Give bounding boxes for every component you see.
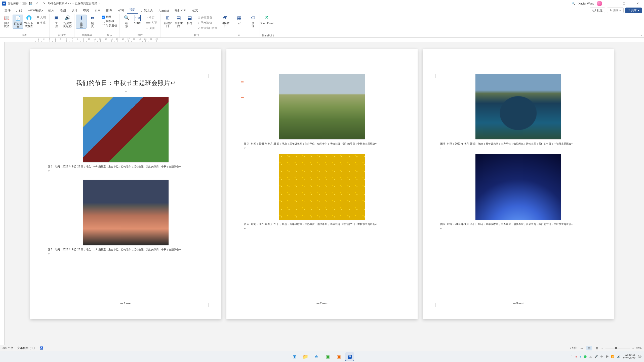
zoom-100-button[interactable]: 100100% [132, 15, 143, 25]
tab-文件[interactable]: 文件 [2, 7, 13, 14]
word-count[interactable]: 309 个字 [3, 346, 13, 350]
document-title[interactable]: 邮件合并模板.docx • 已保存到这台电脑 ⌄ [48, 2, 101, 5]
macros-button[interactable]: ▦宏 [234, 15, 244, 25]
image-fig6[interactable] [475, 154, 561, 220]
tab-邮件[interactable]: 邮件 [104, 7, 115, 14]
comment-indicator-icon[interactable] [241, 81, 244, 83]
checkbox-网格线[interactable]: 网格线 [102, 19, 117, 23]
vertical-button[interactable]: ⬍垂直 [76, 15, 87, 29]
microphone-icon[interactable]: 🎤 [594, 355, 598, 358]
notifications-icon[interactable]: 💬 [638, 355, 641, 358]
image-fig4[interactable] [279, 154, 365, 220]
tab-开发工具[interactable]: 开发工具 [138, 7, 155, 14]
file-explorer[interactable]: 📁 [301, 352, 310, 361]
undo-button[interactable]: ↶ [35, 1, 40, 6]
toggle-off-icon[interactable] [20, 2, 27, 5]
zoom-in-button[interactable]: + [632, 347, 634, 350]
ime-mode[interactable]: 拼 [606, 355, 609, 358]
tab-插入[interactable]: 插入 [46, 7, 57, 14]
web-layout-button[interactable]: 🌐Web 版式视图 [24, 15, 34, 28]
minimize-button[interactable]: — [605, 0, 616, 7]
accessibility-icon[interactable]: ♿ [40, 346, 43, 350]
tab-设计[interactable]: 设计 [69, 7, 80, 14]
app-green[interactable]: ▣ [323, 352, 332, 361]
image-fig5[interactable] [475, 74, 561, 139]
image-fig2[interactable] [83, 180, 169, 245]
read-mode-view[interactable]: ▭ [579, 346, 584, 350]
search-button[interactable]: 🔍 [571, 1, 576, 6]
image-fig1[interactable] [83, 97, 169, 162]
tab-引用[interactable]: 引用 [92, 7, 103, 14]
tab-审阅[interactable]: 审阅 [115, 7, 126, 14]
redo-button[interactable]: ↷ [41, 1, 46, 6]
app-orange[interactable]: ▣ [334, 352, 343, 361]
outline-button[interactable]: ☰大纲 [36, 15, 47, 20]
print-layout-view[interactable]: ▤ [586, 346, 592, 350]
zoom-slider[interactable] [605, 348, 630, 348]
one-page-button[interactable]: ▭单页 [144, 15, 158, 20]
checkbox-icon[interactable] [102, 24, 105, 27]
image-fig3[interactable] [279, 74, 365, 139]
zoom-out-button[interactable]: − [601, 347, 603, 350]
reading-view-button[interactable]: 📖阅读视图 [2, 15, 12, 28]
comment-indicator-icon[interactable] [241, 97, 244, 99]
editing-mode-button[interactable]: ✎编辑▾ [607, 8, 624, 13]
tray-app-icon[interactable]: ● [579, 355, 581, 358]
web-layout-view[interactable]: ▦ [594, 346, 599, 350]
immersive-reader-button[interactable]: 🔊沉浸式阅读器 [62, 15, 73, 28]
tab-视图[interactable]: 视图 [127, 7, 138, 14]
tray-app-icon[interactable]: ⬤ [584, 355, 587, 358]
tab-Acrobat[interactable]: Acrobat [156, 8, 171, 14]
start-button[interactable]: ⊞ [290, 352, 299, 361]
close-button[interactable]: ✕ [632, 0, 643, 7]
checkbox-icon[interactable] [102, 20, 105, 23]
page-width-button[interactable]: ↔页宽 [144, 26, 158, 30]
switch-windows-button[interactable]: 🗗切换窗口 [220, 15, 230, 28]
multi-page-button[interactable]: ▭▭多页 [144, 20, 158, 25]
tab--Word精灵-[interactable]: -Word精灵- [25, 7, 45, 14]
text-prediction-status[interactable]: 文本预测: 打开 [17, 346, 35, 350]
tab-绘图[interactable]: 绘图 [57, 7, 68, 14]
save-button[interactable]: 💾 [28, 1, 33, 6]
print-layout-button[interactable]: 📄页面视图 [13, 15, 23, 29]
avatar[interactable] [597, 1, 602, 6]
draft-button[interactable]: ≣草稿 [36, 20, 47, 25]
reset-window-button[interactable]: ↺重设窗口位置 [196, 26, 218, 30]
checkbox-icon[interactable] [102, 16, 105, 19]
onedrive-icon[interactable]: ☁ [589, 355, 592, 358]
vertical-ruler[interactable] [0, 42, 5, 345]
checkbox-导航窗格[interactable]: 导航窗格 [102, 24, 117, 27]
ime-indicator[interactable]: 中 [600, 355, 603, 358]
document-workspace[interactable]: 我们的节日：中秋节主题班会照片↩ ↩ 图 1 时间：2023 年 9 月 25 … [0, 42, 644, 345]
comments-button[interactable]: 💬批注 [590, 8, 605, 13]
volume-icon[interactable]: 🔊 [617, 355, 621, 358]
autosave-toggle[interactable]: 自动保存 [8, 2, 27, 5]
zoom-button[interactable]: 🔍缩放 [121, 15, 132, 28]
wifi-icon[interactable]: 📶 [611, 355, 615, 358]
sharepoint-button[interactable]: SSharePoint [261, 15, 272, 25]
properties-button[interactable]: 🏷属性 [248, 15, 258, 28]
checkbox-标尺[interactable]: 标尺 [102, 15, 117, 19]
tray-app-icon[interactable]: ● [575, 355, 577, 358]
split-button[interactable]: ⬓拆分 [184, 15, 195, 25]
maximize-button[interactable]: ▢ [618, 0, 629, 7]
zoom-level[interactable]: 82% [636, 347, 641, 350]
focus-button[interactable]: ▣专注 [51, 15, 62, 28]
sync-scroll-button[interactable]: ⇵同步滚动 [196, 20, 218, 25]
user-name[interactable]: Xavier Wang [578, 2, 594, 5]
arrange-all-button[interactable]: ▤全部重排 [173, 15, 184, 28]
clock[interactable]: 22:49:13 2023/9/27 [623, 353, 635, 360]
tray-chevron[interactable]: ˄ [571, 355, 573, 358]
edge-browser[interactable]: e [312, 352, 321, 361]
side-by-side-button[interactable]: ◫并排查看 [196, 15, 218, 20]
tab-开始[interactable]: 开始 [14, 7, 25, 14]
side-to-side-button[interactable]: ⬌翻页 [87, 15, 98, 28]
tab-布局[interactable]: 布局 [80, 7, 92, 14]
tab-公文[interactable]: 公文 [190, 7, 201, 14]
new-window-button[interactable]: ⊞新建窗口 [162, 15, 173, 28]
tab-福昕PDF[interactable]: 福昕PDF [172, 7, 189, 14]
focus-mode[interactable]: ⛶ 专注 [568, 346, 577, 350]
word-app[interactable]: W [345, 352, 354, 361]
horizontal-ruler[interactable]: 12345678910111213141516171819202122 [0, 38, 644, 42]
share-button[interactable]: ⇪共享▾ [625, 8, 642, 13]
